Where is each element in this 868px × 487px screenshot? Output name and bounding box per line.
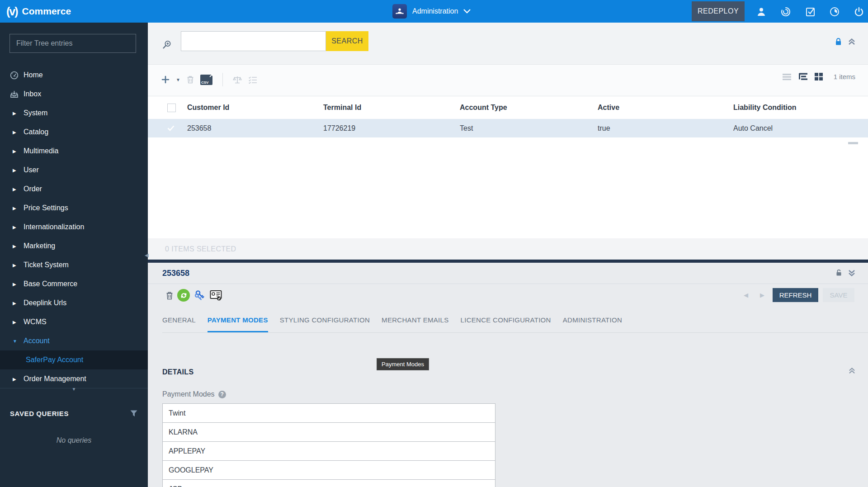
sidebar-item-saferpay-account[interactable]: SaferPay Account	[0, 350, 148, 369]
tab-styling-configuration[interactable]: STYLING CONFIGURATION	[280, 316, 370, 332]
user-profile-icon[interactable]	[756, 6, 767, 17]
items-count: 1 items	[834, 73, 855, 80]
scrollbar-thumb[interactable]	[848, 142, 858, 144]
detail-lock-icon[interactable]	[836, 269, 842, 276]
sidebar-item-account[interactable]: ▼Account	[0, 331, 148, 350]
sync-terminal-icon[interactable]	[177, 289, 190, 302]
toolbar-divider	[222, 73, 223, 86]
collapse-panel-down-icon[interactable]	[848, 270, 855, 276]
column-header-customer-id[interactable]: Customer Id	[187, 104, 323, 112]
brand-logo[interactable]: (v) Commerce	[0, 5, 71, 18]
collapse-panel-up-icon[interactable]	[848, 38, 855, 45]
context-switcher[interactable]: Administration	[392, 0, 471, 23]
list-item-applepay[interactable]: APPLEPAY	[162, 441, 495, 461]
api-keys-icon[interactable]	[194, 290, 206, 301]
row-selected-check-icon[interactable]	[167, 125, 187, 131]
add-dropdown-caret-icon[interactable]: ▼	[176, 77, 180, 82]
select-all-checkbox[interactable]	[167, 104, 176, 112]
list-item-googlepay[interactable]: GOOGLEPAY	[162, 460, 495, 480]
sidebar-item-base-commerce[interactable]: ▶Base Commerce	[0, 274, 148, 293]
table-row[interactable]: 253658 17726219 Test true Auto Cancel	[148, 119, 868, 137]
advanced-search-icon[interactable]	[162, 40, 172, 50]
bulk-process-icon[interactable]	[248, 76, 257, 84]
expand-arrow-icon: ▶	[13, 206, 17, 211]
expand-arrow-icon: ▶	[13, 225, 17, 230]
sidebar-item-inbox[interactable]: Inbox	[0, 85, 148, 104]
details-section-title: DETAILS	[162, 368, 193, 376]
tasks-icon[interactable]	[805, 6, 816, 17]
sidebar-item-order[interactable]: ▶Order	[0, 180, 148, 199]
column-header-terminal-id[interactable]: Terminal Id	[323, 104, 460, 112]
tree-scroll-down-indicator[interactable]: ▼	[0, 388, 148, 397]
panel-splitter[interactable]	[148, 260, 868, 263]
sidebar-collapse-arrow[interactable]: ◀	[145, 252, 148, 258]
expand-arrow-icon: ▶	[13, 187, 17, 192]
selection-count-text: 0 ITEMS SELECTED	[165, 245, 236, 253]
delete-account-icon[interactable]	[166, 291, 173, 300]
compare-scales-icon[interactable]	[233, 76, 242, 84]
column-header-active[interactable]: Active	[598, 104, 733, 112]
detail-toolbar: ◀ ▶ REFRESH SAVE	[148, 284, 868, 307]
cell-account-type: Test	[460, 124, 598, 132]
list-item-klarna[interactable]: KLARNA	[162, 422, 495, 442]
sidebar-item-marketing[interactable]: ▶Marketing	[0, 236, 148, 255]
certificate-icon[interactable]	[210, 290, 222, 301]
tab-general[interactable]: GENERAL	[162, 316, 196, 332]
sidebar-item-system[interactable]: ▶System	[0, 104, 148, 123]
tab-administration[interactable]: ADMINISTRATION	[563, 316, 622, 332]
list-item-twint[interactable]: Twint	[162, 403, 495, 423]
sidebar-item-catalog[interactable]: ▶Catalog	[0, 123, 148, 142]
cell-liability-condition: Auto Cancel	[733, 124, 868, 132]
brand-name: Commerce	[22, 6, 71, 17]
sidebar-item-ticket-system[interactable]: ▶Ticket System	[0, 255, 148, 274]
section-collapse-up-icon[interactable]	[849, 368, 855, 374]
sidebar-item-user[interactable]: ▶User	[0, 161, 148, 180]
commerce-logo-icon: (v)	[6, 5, 18, 18]
accounts-table: Customer Id Terminal Id Account Type Act…	[148, 96, 868, 238]
expand-arrow-icon: ▶	[13, 130, 17, 135]
tree-view-icon[interactable]	[798, 73, 807, 80]
column-header-liability-condition[interactable]: Liability Condition	[733, 104, 868, 112]
cell-active: true	[598, 124, 733, 132]
search-button[interactable]: SEARCH	[326, 31, 368, 51]
context-label: Administration	[412, 7, 458, 15]
add-item-icon[interactable]	[161, 76, 170, 84]
sidebar-item-deeplink-urls[interactable]: ▶Deeplink Urls	[0, 293, 148, 312]
next-item-arrow-icon[interactable]: ▶	[756, 292, 768, 298]
grid-view-icon[interactable]	[815, 73, 823, 80]
saved-queries-empty-text: No queries	[0, 436, 148, 444]
refresh-button[interactable]: REFRESH	[773, 288, 818, 302]
tab-merchant-emails[interactable]: MERCHANT EMAILS	[382, 316, 448, 332]
tree-filter-input[interactable]	[9, 34, 136, 53]
logout-power-icon[interactable]	[854, 6, 864, 17]
delete-icon[interactable]	[187, 76, 194, 84]
chevron-down-icon	[463, 9, 471, 14]
tab-tooltip: Payment Modes	[377, 358, 429, 370]
tab-payment-modes[interactable]: PAYMENT MODES	[208, 316, 268, 332]
save-button[interactable]: SAVE	[823, 288, 854, 302]
scroll-down-arrow-icon: ▼	[72, 387, 76, 392]
list-item-jcb[interactable]: JCB	[162, 479, 495, 487]
sidebar-item-wcms[interactable]: ▶WCMS	[0, 312, 148, 331]
csv-export-icon[interactable]: CSV	[200, 75, 212, 85]
column-header-account-type[interactable]: Account Type	[460, 104, 598, 112]
previous-item-arrow-icon[interactable]: ◀	[740, 292, 752, 298]
sidebar-item-internationalization[interactable]: ▶Internationalization	[0, 217, 148, 236]
list-view-icon[interactable]	[783, 73, 791, 80]
list-toolbar: ▼ CSV 1 items	[148, 64, 868, 96]
saved-queries-title: SAVED QUERIES	[10, 410, 69, 417]
sidebar-item-multimedia[interactable]: ▶Multimedia	[0, 142, 148, 161]
panel-lock-icon[interactable]	[835, 38, 842, 46]
history-icon[interactable]	[780, 6, 791, 17]
cell-terminal-id: 17726219	[323, 124, 460, 132]
scheduler-icon[interactable]	[829, 6, 840, 17]
sidebar-item-home[interactable]: Home	[0, 66, 148, 85]
saved-queries-section: SAVED QUERIES No queries	[0, 397, 148, 444]
search-input[interactable]	[181, 31, 326, 51]
filter-funnel-icon[interactable]	[130, 410, 138, 417]
redeploy-button[interactable]: REDEPLOY	[692, 1, 745, 21]
sidebar-item-price-settings[interactable]: ▶Price Settings	[0, 199, 148, 217]
sidebar-item-order-management[interactable]: ▶Order Management	[0, 369, 148, 388]
help-icon[interactable]: ?	[218, 391, 226, 398]
tab-licence-configuration[interactable]: LICENCE CONFIGURATION	[461, 316, 551, 332]
